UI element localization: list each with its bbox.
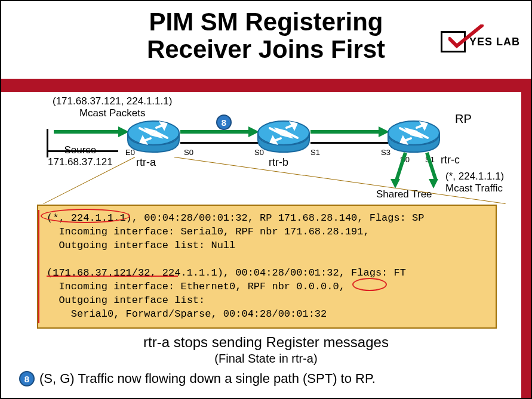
ab-arrow-line [180, 130, 248, 134]
rp-traffic-label: (*, 224.1.1.1) Mcast Traffic [445, 171, 504, 194]
rtr-c-s3: S3 [381, 148, 390, 157]
lan-link [47, 150, 118, 152]
red-annotation-underline [47, 276, 178, 277]
router-c [387, 119, 441, 155]
caption-sub: (Final State in rtr-a) [1, 352, 531, 366]
link-a-b [180, 142, 258, 144]
step-bullet-text: (S, G) Traffic now flowing down a single… [39, 371, 376, 386]
rp-label: RP [455, 112, 472, 126]
mcast-packets-label: (171.68.37.121, 224.1.1.1) Mcast Packets [53, 95, 172, 119]
step-badge-bullet: 8 [19, 371, 35, 386]
red-annotation-oval2 [352, 278, 387, 291]
source-host-label: Source 171.68.37.121 [48, 144, 113, 168]
shared-tree-arrow2-head [429, 179, 438, 188]
logo-checkbox [441, 31, 466, 52]
rtr-b-s1: S1 [310, 148, 320, 157]
rtr-a-s0: S0 [184, 148, 193, 157]
rtr-b-s0: S0 [254, 148, 264, 157]
rtr-b-label: rtr-b [269, 156, 288, 169]
router-b [257, 119, 310, 155]
router-icon [387, 119, 441, 155]
red-annotation-oval1 [41, 209, 130, 223]
check-icon [448, 24, 485, 52]
network-diagram: (171.68.37.121, 224.1.1.1) Mcast Packets… [1, 97, 521, 192]
cli-output: (*, 224.1.1.1), 00:04:28/00:01:32, RP 17… [37, 205, 497, 329]
bc-arrow-line [310, 130, 379, 134]
title-line1: PIM SM Registering [149, 8, 383, 36]
lan-segment [47, 129, 48, 157]
rtr-c-label: rtr-c [441, 154, 460, 166]
step-bullet-row: 8 (S, G) Traffic now flowing down a sing… [19, 371, 376, 386]
shared-tree-label: Shared Tree [376, 188, 432, 200]
red-annotation-vline [38, 210, 39, 323]
step-badge-diagram: 8 [216, 115, 232, 130]
yeslab-logo: YES LAB [441, 31, 520, 52]
src-arrow-line [54, 130, 118, 134]
accent-bar [1, 79, 531, 92]
router-icon [257, 119, 310, 155]
caption-main: rtr-a stops sending Register messages [1, 334, 531, 351]
rtr-a-label: rtr-a [136, 156, 156, 169]
rtr-a-e0: E0 [125, 148, 135, 157]
link-b-c [310, 142, 388, 144]
title-line2: Receiver Joins First [147, 35, 385, 63]
